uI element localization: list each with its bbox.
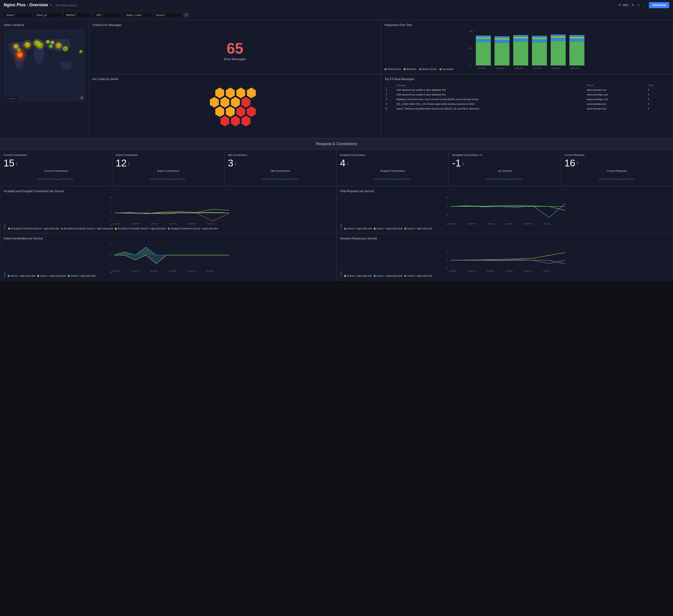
svg-text:8: 8 <box>15 46 17 48</box>
svg-rect-57 <box>494 36 509 38</box>
legend-fh-dev: source = nginx-plus-dev <box>8 274 35 277</box>
add-filter-button[interactable]: + <box>184 12 189 18</box>
svg-marker-81 <box>226 87 235 98</box>
svg-text:-5: -5 <box>446 267 448 269</box>
row-message: child spawned but unable to open databas… <box>395 92 586 97</box>
row-num: 2 <box>385 92 395 97</box>
row-count: 3 <box>647 107 669 111</box>
svg-text:06:30 PM: 06:30 PM <box>207 223 214 225</box>
responses-chart: 100 50 0 <box>385 29 669 66</box>
accepted-dropped-panel: Accepted and Dropped Connections per Sec… <box>0 186 336 233</box>
svg-rect-68 <box>550 36 566 38</box>
svg-marker-84 <box>210 97 219 108</box>
session-reuses-panel: Sessions Reuses per Second Count 10 5 0 … <box>336 233 673 280</box>
svg-text:06:30 PM: 06:30 PM <box>207 270 214 272</box>
svg-text:10: 10 <box>447 244 449 246</box>
svg-marker-90 <box>236 106 245 117</box>
svg-text:100: 100 <box>469 30 473 32</box>
row-message: database connection error: Can't connect… <box>395 97 586 102</box>
5xx-panel: 5xx Codes by Server <box>89 74 381 138</box>
svg-text:06:20 PM: 06:20 PM <box>188 223 195 225</box>
metric-sparkline-3 <box>340 174 445 184</box>
legend-acc-dev: Accepted Connection Source = nginx-plus-… <box>8 227 59 230</box>
svg-text:20: 20 <box>446 196 449 198</box>
failed-handshakes-svg: 5 0 -5 -10 05:40 PM 05:50 PM 06:00 PM 06… <box>8 242 333 273</box>
filter-method[interactable]: Method * <box>64 12 92 18</box>
clock-icon: ⏱ <box>619 4 621 7</box>
svg-text:10: 10 <box>110 196 112 198</box>
svg-rect-60 <box>513 37 528 38</box>
svg-rect-54 <box>494 43 509 65</box>
metric-value-3: 4↓ <box>340 158 445 168</box>
svg-text:-40: -40 <box>446 223 449 225</box>
filter-client-ip[interactable]: Client_Ip * <box>34 12 62 18</box>
svg-text:05:50 PM: 05:50 PM <box>468 270 475 272</box>
svg-text:06:00 PM: 06:00 PM <box>514 67 523 69</box>
svg-text:06:20 PM: 06:20 PM <box>524 270 531 272</box>
svg-marker-86 <box>231 97 240 108</box>
svg-text:06:10 PM: 06:10 PM <box>169 270 176 272</box>
filter-server[interactable]: Server * <box>4 12 32 18</box>
svg-text:-5: -5 <box>109 264 111 266</box>
legend-req-test: source = nginx-plus-test <box>404 227 432 230</box>
row-server: www.example.com <box>586 88 647 92</box>
filter-icon[interactable]: ▽ <box>637 4 640 7</box>
metric-sparkline-2 <box>228 174 333 184</box>
metric-value-2: 3↓ <box>228 158 333 168</box>
hex-svg <box>207 85 263 132</box>
y-axis-label-2: Count <box>340 195 343 230</box>
metric-arrow-3: ↓ <box>346 160 349 166</box>
more-icon[interactable]: ⋮ <box>643 4 646 7</box>
metric-card-5: Current Requests 16↑ Current Requests <box>561 150 673 186</box>
legend-server-errors: Server_Errors <box>419 68 437 70</box>
top5-table: message Server Count 1 child spawned but… <box>385 83 669 111</box>
metric-sublabel-5: Current Requests <box>565 170 669 172</box>
svg-marker-83 <box>247 87 256 98</box>
refresh-icon[interactable]: ↻ <box>632 4 634 7</box>
svg-rect-63 <box>532 39 547 42</box>
svg-text:1: 1 <box>80 51 81 53</box>
legend-dot-server-errors <box>419 68 421 70</box>
svg-text:05:50 PM: 05:50 PM <box>132 223 139 225</box>
metric-label-2: Idle Connections <box>228 154 333 156</box>
total-requests-title: Total Requests per Second <box>340 190 669 193</box>
filter-source[interactable]: Source * <box>154 12 182 18</box>
map-zoom-control[interactable]: ⊙ <box>79 95 84 100</box>
metric-card-2: Idle Connections 3↓ Idle Connections <box>224 150 336 186</box>
row-count: 4 <box>647 92 669 97</box>
svg-rect-69 <box>550 34 566 36</box>
svg-text:06:30 PM: 06:30 PM <box>571 67 579 69</box>
svg-marker-89 <box>226 106 235 117</box>
col-count: Count <box>647 83 669 88</box>
filter-url[interactable]: URL * <box>93 12 122 18</box>
metric-label-1: Active Connections <box>116 154 221 156</box>
svg-rect-72 <box>569 37 584 38</box>
legend-dot-client-errors <box>385 68 386 70</box>
time-range[interactable]: ⏱ -60m <box>619 4 629 7</box>
total-requests-svg: 20 0 -20 -40 05:40 PM 05:50 PM 06:00 PM … <box>344 195 669 226</box>
svg-marker-92 <box>220 116 230 127</box>
table-row: 5 open() "/www/com.mysite/mobile-vendor.… <box>385 107 669 111</box>
svg-rect-59 <box>513 39 528 42</box>
metric-label-4: Accepted Connections / S... <box>452 154 557 156</box>
row-message: child spawned but unable to open databas… <box>395 88 586 92</box>
add-panel-button[interactable]: Add Panel <box>649 2 669 8</box>
metric-card-3: Dropped Connections 4↓ Dropped Connectio… <box>336 150 449 186</box>
metric-sublabel-3: Dropped Connections <box>340 170 445 172</box>
legend-req-dev: source = nginx-plus-dev <box>344 227 372 230</box>
metric-sparkline-1 <box>116 174 221 184</box>
error-count-label: Error Messages <box>224 57 246 61</box>
visitor-locations-panel: Visitor Locations <box>0 20 89 138</box>
y-axis-label-1: Count <box>4 195 6 230</box>
svg-text:06:00 PM: 06:00 PM <box>151 223 158 225</box>
svg-text:12: 12 <box>64 48 66 50</box>
edit-icon[interactable]: ✎ <box>50 3 53 7</box>
svg-text:69: 69 <box>39 45 41 47</box>
visitor-locations-title: Visitor Locations <box>4 23 85 27</box>
svg-rect-73 <box>569 35 584 37</box>
row-message: SSL_write() failed (SSL:) (32: Broken pi… <box>395 102 586 107</box>
svg-marker-82 <box>236 87 245 98</box>
legend-label-successes: Successes <box>442 68 453 70</box>
filter-status-code[interactable]: Status_Code * <box>124 12 152 18</box>
svg-rect-52 <box>476 37 491 39</box>
